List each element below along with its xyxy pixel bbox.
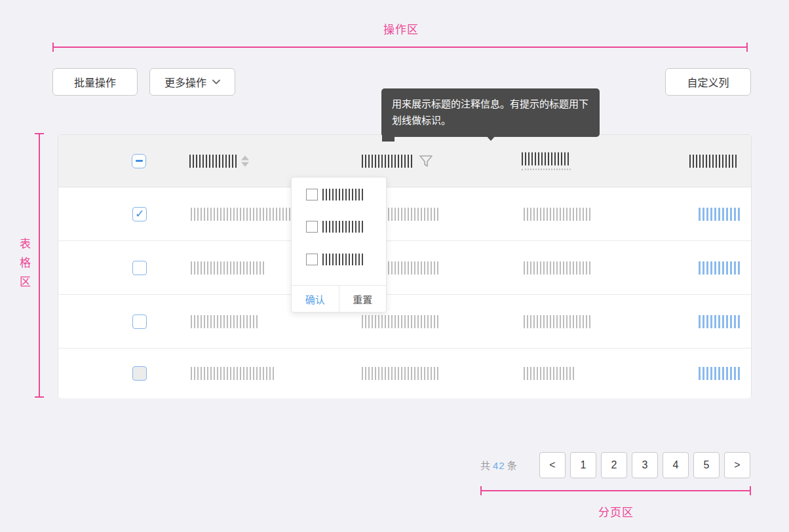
ruler-operation-area <box>52 47 748 48</box>
row4-col1-placeholder <box>191 367 276 380</box>
sort-asc-icon <box>241 155 249 160</box>
filter-option-checkbox[interactable] <box>306 189 318 200</box>
total-count: 42 <box>491 460 507 471</box>
header-col4-placeholder <box>689 155 739 168</box>
filter-option[interactable] <box>306 221 363 233</box>
tooltip: 用来展示标题的注释信息。有提示的标题用下划线做标识。 <box>381 88 600 137</box>
row4-col3-placeholder <box>524 367 574 380</box>
total-prefix: 共 <box>480 460 491 471</box>
ruler-pagination-area <box>480 490 751 491</box>
pagination-page-3[interactable]: 3 <box>632 452 658 478</box>
ruler-table-area <box>39 133 40 398</box>
customize-columns-label: 自定义列 <box>687 74 729 90</box>
header-col1-placeholder <box>189 155 237 168</box>
row1-col3-placeholder <box>524 208 592 221</box>
table-header-row <box>58 135 751 187</box>
row4-col2-placeholder <box>362 367 440 380</box>
select-all-checkbox[interactable] <box>132 154 146 168</box>
row2-col3-placeholder <box>524 261 592 275</box>
row3-col3-placeholder <box>524 315 592 328</box>
header-col3-tooltip-target[interactable] <box>522 152 571 170</box>
filter-option-placeholder <box>322 254 363 265</box>
row1-checkbox[interactable]: ✓ <box>132 207 147 221</box>
more-actions-label: 更多操作 <box>164 74 206 90</box>
table: ✓ <box>58 134 752 398</box>
indeterminate-dash-icon <box>136 160 143 162</box>
header-col3-placeholder <box>522 152 571 165</box>
more-actions-button[interactable]: 更多操作 <box>149 68 235 96</box>
filter-option[interactable] <box>306 254 363 265</box>
pagination-page-4[interactable]: 4 <box>663 452 689 478</box>
row4-link-placeholder[interactable] <box>699 367 741 380</box>
pagination-prev-button[interactable]: < <box>539 452 566 478</box>
filter-dropdown: 确认 重置 <box>291 177 387 313</box>
chevron-down-icon <box>212 79 220 85</box>
row2-checkbox[interactable] <box>132 261 147 275</box>
row4-checkbox[interactable] <box>132 366 147 381</box>
header-col2-placeholder <box>362 155 412 168</box>
table-row[interactable] <box>58 241 751 294</box>
table-row[interactable]: ✓ <box>58 187 751 240</box>
total-suffix: 条 <box>507 460 518 471</box>
pagination-page-1[interactable]: 1 <box>570 452 596 478</box>
row3-col1-placeholder <box>191 315 258 328</box>
sort-desc-icon <box>241 162 249 166</box>
pagination-total: 共42条 <box>480 458 518 472</box>
filter-icon[interactable] <box>419 154 433 168</box>
sort-icon[interactable] <box>241 155 249 166</box>
table-row[interactable] <box>58 295 751 348</box>
pagination-page-2[interactable]: 2 <box>601 452 627 478</box>
pagination-page-5[interactable]: 5 <box>693 452 720 478</box>
batch-action-button[interactable]: 批量操作 <box>52 68 138 96</box>
table-row[interactable] <box>58 349 751 398</box>
filter-option-checkbox[interactable] <box>306 221 318 233</box>
annotation-pagination-area: 分页区 <box>598 503 634 520</box>
filter-dropdown-footer: 确认 重置 <box>292 285 386 312</box>
tooltip-arrow-icon <box>485 134 497 141</box>
row2-link-placeholder[interactable] <box>699 261 741 275</box>
filter-reset-button[interactable]: 重置 <box>339 286 387 312</box>
row3-link-placeholder[interactable] <box>699 315 741 328</box>
row3-checkbox[interactable] <box>132 314 147 329</box>
design-spec-page: 操作区 批量操作 更多操作 自定义列 表格区 <box>0 0 789 532</box>
filter-confirm-button[interactable]: 确认 <box>292 286 339 312</box>
filter-option-placeholder <box>322 221 363 233</box>
row1-col1-placeholder <box>191 208 292 221</box>
annotation-operation-area: 操作区 <box>383 20 419 37</box>
filter-option[interactable] <box>306 189 363 200</box>
row1-link-placeholder[interactable] <box>699 208 741 221</box>
row2-col1-placeholder <box>191 261 265 275</box>
batch-action-label: 批量操作 <box>74 74 116 90</box>
annotation-table-area: 表格区 <box>16 238 32 295</box>
filter-option-checkbox[interactable] <box>306 254 318 265</box>
customize-columns-button[interactable]: 自定义列 <box>665 68 751 96</box>
pagination-next-button[interactable]: > <box>724 452 750 478</box>
check-icon: ✓ <box>135 208 144 219</box>
row3-col2-placeholder <box>362 315 440 328</box>
filter-option-placeholder <box>322 189 363 200</box>
